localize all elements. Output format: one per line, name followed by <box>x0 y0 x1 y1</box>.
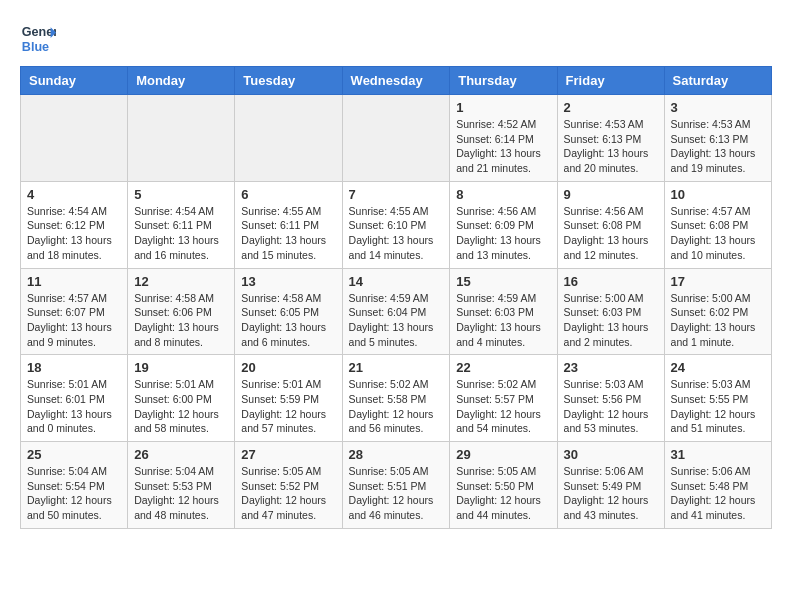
col-header-saturday: Saturday <box>664 67 771 95</box>
day-content: Sunrise: 5:06 AMSunset: 5:48 PMDaylight:… <box>671 464 765 523</box>
calendar-cell: 31Sunrise: 5:06 AMSunset: 5:48 PMDayligh… <box>664 442 771 529</box>
col-header-tuesday: Tuesday <box>235 67 342 95</box>
day-number: 6 <box>241 187 335 202</box>
day-content: Sunrise: 4:57 AMSunset: 6:08 PMDaylight:… <box>671 204 765 263</box>
calendar-cell: 11Sunrise: 4:57 AMSunset: 6:07 PMDayligh… <box>21 268 128 355</box>
day-content: Sunrise: 4:56 AMSunset: 6:08 PMDaylight:… <box>564 204 658 263</box>
col-header-sunday: Sunday <box>21 67 128 95</box>
day-content: Sunrise: 4:59 AMSunset: 6:03 PMDaylight:… <box>456 291 550 350</box>
calendar-cell: 16Sunrise: 5:00 AMSunset: 6:03 PMDayligh… <box>557 268 664 355</box>
day-number: 7 <box>349 187 444 202</box>
day-content: Sunrise: 5:06 AMSunset: 5:49 PMDaylight:… <box>564 464 658 523</box>
day-number: 18 <box>27 360 121 375</box>
day-content: Sunrise: 4:58 AMSunset: 6:06 PMDaylight:… <box>134 291 228 350</box>
day-number: 11 <box>27 274 121 289</box>
calendar-cell: 8Sunrise: 4:56 AMSunset: 6:09 PMDaylight… <box>450 181 557 268</box>
day-number: 21 <box>349 360 444 375</box>
calendar-cell: 29Sunrise: 5:05 AMSunset: 5:50 PMDayligh… <box>450 442 557 529</box>
day-number: 1 <box>456 100 550 115</box>
calendar-cell: 25Sunrise: 5:04 AMSunset: 5:54 PMDayligh… <box>21 442 128 529</box>
calendar-cell: 24Sunrise: 5:03 AMSunset: 5:55 PMDayligh… <box>664 355 771 442</box>
day-number: 22 <box>456 360 550 375</box>
day-content: Sunrise: 4:55 AMSunset: 6:11 PMDaylight:… <box>241 204 335 263</box>
day-number: 8 <box>456 187 550 202</box>
calendar-cell: 14Sunrise: 4:59 AMSunset: 6:04 PMDayligh… <box>342 268 450 355</box>
calendar-cell: 6Sunrise: 4:55 AMSunset: 6:11 PMDaylight… <box>235 181 342 268</box>
day-content: Sunrise: 4:52 AMSunset: 6:14 PMDaylight:… <box>456 117 550 176</box>
calendar-cell <box>128 95 235 182</box>
calendar-cell: 19Sunrise: 5:01 AMSunset: 6:00 PMDayligh… <box>128 355 235 442</box>
day-content: Sunrise: 5:02 AMSunset: 5:57 PMDaylight:… <box>456 377 550 436</box>
day-content: Sunrise: 5:05 AMSunset: 5:50 PMDaylight:… <box>456 464 550 523</box>
day-number: 10 <box>671 187 765 202</box>
calendar-cell: 13Sunrise: 4:58 AMSunset: 6:05 PMDayligh… <box>235 268 342 355</box>
day-number: 12 <box>134 274 228 289</box>
day-content: Sunrise: 5:05 AMSunset: 5:52 PMDaylight:… <box>241 464 335 523</box>
logo-icon: General Blue <box>20 20 56 56</box>
calendar-cell: 17Sunrise: 5:00 AMSunset: 6:02 PMDayligh… <box>664 268 771 355</box>
calendar-table: SundayMondayTuesdayWednesdayThursdayFrid… <box>20 66 772 529</box>
day-content: Sunrise: 5:00 AMSunset: 6:02 PMDaylight:… <box>671 291 765 350</box>
day-content: Sunrise: 4:54 AMSunset: 6:12 PMDaylight:… <box>27 204 121 263</box>
calendar-cell <box>21 95 128 182</box>
calendar-cell: 2Sunrise: 4:53 AMSunset: 6:13 PMDaylight… <box>557 95 664 182</box>
day-number: 30 <box>564 447 658 462</box>
calendar-cell <box>235 95 342 182</box>
calendar-cell: 18Sunrise: 5:01 AMSunset: 6:01 PMDayligh… <box>21 355 128 442</box>
day-content: Sunrise: 5:03 AMSunset: 5:55 PMDaylight:… <box>671 377 765 436</box>
calendar-cell: 23Sunrise: 5:03 AMSunset: 5:56 PMDayligh… <box>557 355 664 442</box>
day-number: 5 <box>134 187 228 202</box>
day-content: Sunrise: 4:57 AMSunset: 6:07 PMDaylight:… <box>27 291 121 350</box>
day-number: 4 <box>27 187 121 202</box>
day-number: 17 <box>671 274 765 289</box>
day-number: 31 <box>671 447 765 462</box>
svg-text:Blue: Blue <box>22 40 49 54</box>
day-number: 24 <box>671 360 765 375</box>
calendar-cell: 9Sunrise: 4:56 AMSunset: 6:08 PMDaylight… <box>557 181 664 268</box>
calendar-cell: 26Sunrise: 5:04 AMSunset: 5:53 PMDayligh… <box>128 442 235 529</box>
page-header: General Blue <box>20 20 772 56</box>
day-content: Sunrise: 5:04 AMSunset: 5:53 PMDaylight:… <box>134 464 228 523</box>
calendar-cell: 5Sunrise: 4:54 AMSunset: 6:11 PMDaylight… <box>128 181 235 268</box>
logo: General Blue <box>20 20 56 56</box>
day-content: Sunrise: 4:53 AMSunset: 6:13 PMDaylight:… <box>671 117 765 176</box>
day-content: Sunrise: 5:00 AMSunset: 6:03 PMDaylight:… <box>564 291 658 350</box>
col-header-monday: Monday <box>128 67 235 95</box>
day-number: 2 <box>564 100 658 115</box>
day-content: Sunrise: 5:03 AMSunset: 5:56 PMDaylight:… <box>564 377 658 436</box>
day-content: Sunrise: 5:05 AMSunset: 5:51 PMDaylight:… <box>349 464 444 523</box>
calendar-cell: 21Sunrise: 5:02 AMSunset: 5:58 PMDayligh… <box>342 355 450 442</box>
col-header-wednesday: Wednesday <box>342 67 450 95</box>
calendar-cell: 1Sunrise: 4:52 AMSunset: 6:14 PMDaylight… <box>450 95 557 182</box>
day-content: Sunrise: 4:53 AMSunset: 6:13 PMDaylight:… <box>564 117 658 176</box>
day-content: Sunrise: 4:56 AMSunset: 6:09 PMDaylight:… <box>456 204 550 263</box>
calendar-cell: 27Sunrise: 5:05 AMSunset: 5:52 PMDayligh… <box>235 442 342 529</box>
day-number: 29 <box>456 447 550 462</box>
day-number: 23 <box>564 360 658 375</box>
day-content: Sunrise: 4:54 AMSunset: 6:11 PMDaylight:… <box>134 204 228 263</box>
day-number: 9 <box>564 187 658 202</box>
day-number: 25 <box>27 447 121 462</box>
day-content: Sunrise: 5:02 AMSunset: 5:58 PMDaylight:… <box>349 377 444 436</box>
day-number: 3 <box>671 100 765 115</box>
calendar-cell: 10Sunrise: 4:57 AMSunset: 6:08 PMDayligh… <box>664 181 771 268</box>
calendar-cell: 20Sunrise: 5:01 AMSunset: 5:59 PMDayligh… <box>235 355 342 442</box>
day-content: Sunrise: 4:58 AMSunset: 6:05 PMDaylight:… <box>241 291 335 350</box>
day-number: 27 <box>241 447 335 462</box>
day-number: 15 <box>456 274 550 289</box>
day-content: Sunrise: 5:04 AMSunset: 5:54 PMDaylight:… <box>27 464 121 523</box>
col-header-thursday: Thursday <box>450 67 557 95</box>
calendar-cell: 4Sunrise: 4:54 AMSunset: 6:12 PMDaylight… <box>21 181 128 268</box>
day-content: Sunrise: 5:01 AMSunset: 6:00 PMDaylight:… <box>134 377 228 436</box>
day-number: 13 <box>241 274 335 289</box>
day-content: Sunrise: 4:59 AMSunset: 6:04 PMDaylight:… <box>349 291 444 350</box>
col-header-friday: Friday <box>557 67 664 95</box>
day-number: 26 <box>134 447 228 462</box>
day-number: 19 <box>134 360 228 375</box>
calendar-cell: 7Sunrise: 4:55 AMSunset: 6:10 PMDaylight… <box>342 181 450 268</box>
day-number: 20 <box>241 360 335 375</box>
day-number: 16 <box>564 274 658 289</box>
day-number: 28 <box>349 447 444 462</box>
calendar-cell: 22Sunrise: 5:02 AMSunset: 5:57 PMDayligh… <box>450 355 557 442</box>
day-number: 14 <box>349 274 444 289</box>
